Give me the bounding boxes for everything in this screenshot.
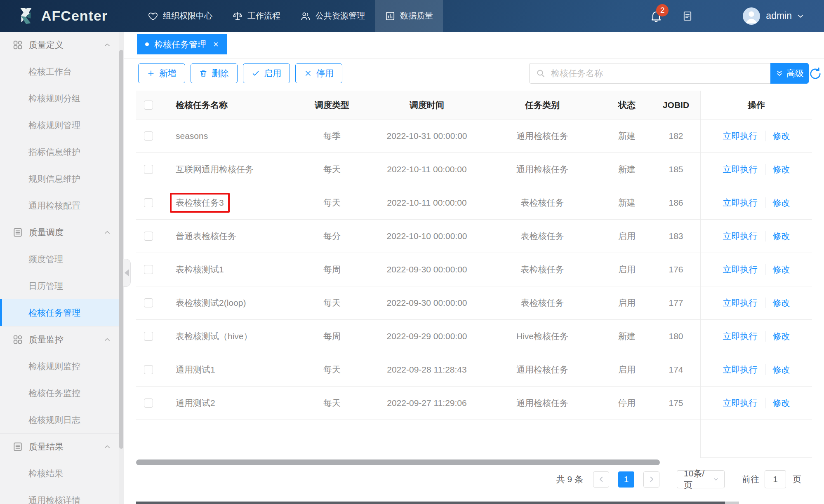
execute-now-link[interactable]: 立即执行 bbox=[723, 130, 758, 142]
sidebar-group-label: 质量监控 bbox=[29, 334, 64, 345]
next-page-button[interactable] bbox=[643, 471, 659, 488]
row-checkbox[interactable] bbox=[144, 298, 153, 307]
sidebar-item[interactable]: 通用检核详情 bbox=[0, 487, 124, 504]
horizontal-scrollbar-thumb[interactable] bbox=[136, 459, 660, 465]
sidebar-item[interactable]: 检核结果 bbox=[0, 460, 124, 487]
sidebar-item[interactable]: 通用检核配置 bbox=[0, 192, 124, 219]
jobid-cell: 185 bbox=[652, 153, 700, 186]
main-content: 检核任务管理 × 新增 删除 启用 停用 bbox=[124, 32, 824, 504]
task-name-cell: 普通表检核任务 bbox=[161, 220, 293, 253]
schedule-type-cell: 每天 bbox=[293, 286, 371, 319]
advanced-search-button[interactable]: 高级 bbox=[770, 63, 809, 84]
nav-item-public-resources[interactable]: 公共资源管理 bbox=[290, 0, 375, 32]
execute-now-link[interactable]: 立即执行 bbox=[723, 331, 758, 342]
edit-link[interactable]: 修改 bbox=[773, 130, 790, 142]
username[interactable]: admin bbox=[766, 10, 792, 21]
goto-page-input[interactable] bbox=[765, 470, 786, 488]
actions-cell: 立即执行修改 bbox=[700, 286, 812, 319]
window-scrollbar[interactable] bbox=[136, 502, 725, 504]
execute-now-link[interactable]: 立即执行 bbox=[723, 297, 758, 309]
nav-item-workflow[interactable]: 工作流程 bbox=[222, 0, 290, 32]
row-checkbox[interactable] bbox=[144, 131, 153, 141]
chevron-down-icon[interactable] bbox=[796, 12, 805, 21]
page-size-select[interactable]: 10条/页 bbox=[677, 470, 725, 488]
actions-cell: 立即执行修改 bbox=[700, 253, 812, 286]
sidebar-item[interactable]: 规则信息维护 bbox=[0, 165, 124, 192]
edit-link[interactable]: 修改 bbox=[773, 164, 790, 175]
task-name-cell: 通用测试1 bbox=[161, 353, 293, 386]
chevron-left-icon bbox=[598, 476, 605, 483]
sidebar-scrollbar-thumb[interactable] bbox=[119, 50, 123, 449]
divider bbox=[765, 331, 765, 342]
column-header: JOBID bbox=[652, 91, 700, 119]
sidebar-group[interactable]: 质量定义 bbox=[0, 32, 124, 58]
execute-now-link[interactable]: 立即执行 bbox=[723, 364, 758, 375]
edit-link[interactable]: 修改 bbox=[773, 331, 790, 342]
execute-now-link[interactable]: 立即执行 bbox=[723, 397, 758, 409]
execute-now-link[interactable]: 立即执行 bbox=[723, 197, 758, 209]
disable-button[interactable]: 停用 bbox=[295, 63, 342, 83]
jobid-cell: 182 bbox=[652, 120, 700, 152]
add-button[interactable]: 新增 bbox=[138, 63, 185, 83]
row-checkbox[interactable] bbox=[144, 198, 153, 207]
edit-link[interactable]: 修改 bbox=[773, 197, 790, 209]
sidebar-item[interactable]: 检核规则管理 bbox=[0, 112, 124, 138]
sidebar-item[interactable]: 指标信息维护 bbox=[0, 138, 124, 165]
sidebar-group[interactable]: 质量调度 bbox=[0, 219, 124, 246]
sidebar-collapse-handle[interactable] bbox=[123, 259, 131, 287]
execute-now-link[interactable]: 立即执行 bbox=[723, 230, 758, 242]
edit-link[interactable]: 修改 bbox=[773, 297, 790, 309]
enable-button[interactable]: 启用 bbox=[243, 63, 290, 83]
sidebar-group[interactable]: 质量监控 bbox=[0, 326, 124, 353]
row-checkbox[interactable] bbox=[144, 365, 153, 374]
schedule-type-cell: 每分 bbox=[293, 220, 371, 253]
row-checkbox[interactable] bbox=[144, 332, 153, 341]
select-all-checkbox[interactable] bbox=[144, 101, 153, 110]
sidebar-group[interactable]: 质量结果 bbox=[0, 434, 124, 460]
row-checkbox[interactable] bbox=[144, 232, 153, 241]
task-name-cell: 表检核测试2(loop) bbox=[161, 286, 293, 319]
refresh-icon[interactable] bbox=[808, 66, 823, 81]
sidebar-item[interactable]: 检核任务监控 bbox=[0, 380, 124, 406]
execute-now-link[interactable]: 立即执行 bbox=[723, 264, 758, 275]
logo-text: AFCenter bbox=[41, 8, 108, 24]
avatar[interactable] bbox=[743, 7, 760, 25]
status-cell: 停用 bbox=[602, 387, 652, 420]
sidebar-item[interactable]: 检核规则日志 bbox=[0, 406, 124, 433]
task-name-cell: 表检核任务3 bbox=[161, 186, 293, 219]
edit-link[interactable]: 修改 bbox=[773, 364, 790, 375]
notifications-button[interactable]: 2 bbox=[650, 9, 663, 23]
task-category-cell: 表检核任务 bbox=[483, 286, 602, 319]
row-checkbox[interactable] bbox=[144, 399, 153, 408]
top-header: AFCenter 组织权限中心 工作流程 公共资源管理 bbox=[0, 0, 824, 32]
execute-now-link[interactable]: 立即执行 bbox=[723, 164, 758, 175]
edit-link[interactable]: 修改 bbox=[773, 230, 790, 242]
row-checkbox[interactable] bbox=[144, 265, 153, 274]
schedule-type-cell: 每天 bbox=[293, 387, 371, 420]
status-cell: 新建 bbox=[602, 153, 652, 186]
sidebar-item[interactable]: 日历管理 bbox=[0, 272, 124, 299]
document-button[interactable] bbox=[682, 10, 693, 22]
divider bbox=[765, 197, 765, 208]
task-name-cell: 表检核测试（hive） bbox=[161, 320, 293, 353]
delete-button[interactable]: 删除 bbox=[191, 63, 238, 83]
tab-close-icon[interactable]: × bbox=[213, 40, 219, 49]
search-input[interactable] bbox=[529, 63, 770, 84]
edit-link[interactable]: 修改 bbox=[773, 264, 790, 275]
sidebar-item[interactable]: 检核任务管理 bbox=[0, 299, 124, 326]
column-header: 操作 bbox=[700, 91, 812, 119]
check-icon bbox=[252, 69, 260, 77]
sidebar-item[interactable]: 检核规则分组 bbox=[0, 85, 124, 112]
edit-link[interactable]: 修改 bbox=[773, 397, 790, 409]
sidebar-item[interactable]: 频度管理 bbox=[0, 246, 124, 272]
row-checkbox[interactable] bbox=[144, 165, 153, 174]
actions-cell: 立即执行修改 bbox=[700, 186, 812, 219]
sidebar-item[interactable]: 检核工作台 bbox=[0, 58, 124, 85]
jobid-cell: 174 bbox=[652, 353, 700, 386]
prev-page-button[interactable] bbox=[593, 471, 609, 488]
nav-item-org-permission[interactable]: 组织权限中心 bbox=[138, 0, 222, 32]
nav-item-data-quality[interactable]: 数据质量 bbox=[375, 0, 443, 32]
sidebar-item[interactable]: 检核规则监控 bbox=[0, 353, 124, 380]
current-page-button[interactable]: 1 bbox=[618, 471, 634, 488]
tab-check-task-management[interactable]: 检核任务管理 × bbox=[137, 34, 227, 54]
